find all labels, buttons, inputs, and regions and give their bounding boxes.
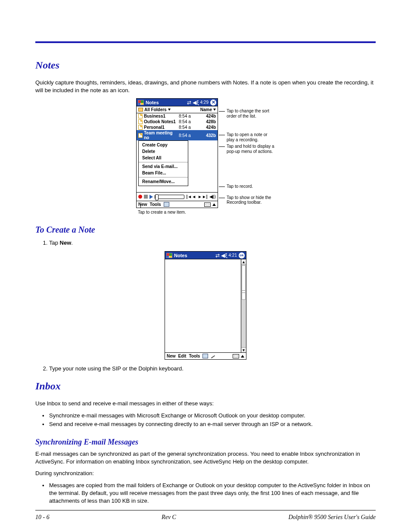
menu-new[interactable]: New	[167, 354, 176, 358]
annot-record: Tap to record.	[227, 184, 253, 189]
folder-icon	[138, 108, 143, 112]
menu-tools[interactable]: Tools	[189, 354, 200, 358]
note-icon	[138, 125, 143, 130]
bottom-rule	[35, 510, 376, 510]
menu-rename-move[interactable]: Rename/Move...	[139, 178, 188, 185]
menu-create-copy[interactable]: Create Copy	[139, 142, 188, 148]
menu-select-all[interactable]: Select All	[139, 155, 188, 161]
top-rule	[35, 41, 376, 43]
recording-toolbar: |◄◄ ►►| ◀))	[137, 192, 218, 201]
pda-status: ⇄ ◀ξ 4:29	[187, 100, 209, 105]
menu-delete[interactable]: Delete	[139, 148, 188, 155]
skip-back-icon[interactable]: |◄◄	[186, 194, 196, 199]
notes-intro: Quickly capture thoughts, reminders, ide…	[35, 79, 376, 94]
caret-down-icon	[168, 109, 171, 111]
volume-icon: ◀ξ	[221, 253, 227, 258]
connectivity-icon: ⇄	[187, 100, 191, 105]
sip-arrow-icon[interactable]	[212, 203, 216, 206]
stop-button[interactable]	[144, 195, 148, 199]
figure-notes-list: Notes ⇄ ◀ξ 4:29 ✕ All Folders N	[35, 98, 376, 215]
bottom-menu-bar: New Tools	[137, 201, 218, 208]
caret-down-icon	[213, 109, 216, 111]
sip-arrow-icon[interactable]	[241, 355, 244, 358]
footer-right: Dolphin® 9500 Series User's Guide	[288, 514, 376, 521]
tap-create-caption: Tap to create a new item.	[136, 208, 218, 215]
keyboard-icon[interactable]	[204, 202, 211, 207]
footer-center: Rev C	[162, 514, 176, 521]
step-1: Tap New.	[49, 239, 376, 247]
folder-label: All Folders	[144, 107, 167, 112]
step-2: Type your note using the SIP or the Dolp…	[49, 365, 376, 373]
folder-picker[interactable]: All Folders	[138, 107, 171, 112]
note-row[interactable]: Personal18:54 a424b	[137, 124, 218, 130]
playback-slider[interactable]	[155, 195, 184, 199]
speaker-icon[interactable]: ◀))	[209, 194, 216, 199]
inbox-bullet: Synchronize e-mail messages with Microso…	[42, 412, 376, 420]
play-button[interactable]	[149, 195, 153, 199]
scroll-down-icon[interactable]: ▾	[241, 347, 246, 352]
sync-para: E-mail messages can be synchronized as p…	[35, 450, 376, 465]
menu-new[interactable]: New	[138, 202, 147, 207]
pen-icon[interactable]	[211, 354, 217, 359]
bottom-menu-bar: New Edit Tools	[165, 352, 246, 359]
sort-label: Name	[200, 107, 212, 112]
figure-note-editor: Notes ⇄ ◀ξ 4:21 ok ▴ ▾ New Edit Tools	[35, 251, 376, 360]
heading-inbox: Inbox	[35, 380, 376, 392]
footer-left: 10 - 6	[35, 514, 50, 521]
close-icon[interactable]: ✕	[210, 100, 216, 106]
sort-picker[interactable]: Name	[200, 107, 216, 112]
heading-create-note: To Create a Note	[35, 225, 376, 235]
volume-icon: ◀ξ	[193, 100, 199, 105]
record-button[interactable]	[138, 195, 142, 199]
clock: 4:29	[200, 100, 209, 105]
scroll-thumb[interactable]	[242, 265, 246, 300]
annot-toolbar: Tap to show or hide the Recording toolba…	[227, 195, 275, 205]
annot-sort: Tap to change the sort order of the list…	[227, 109, 275, 118]
page-footer: 10 - 6 Rev C Dolphin® 9500 Series User's…	[35, 514, 376, 521]
menu-tools[interactable]: Tools	[150, 202, 161, 207]
heading-notes: Notes	[35, 59, 376, 71]
annot-hold: Tap and hold to display a pop-up menu of…	[227, 144, 275, 154]
inbox-intro: Use Inbox to send and receive e-mail mes…	[35, 400, 376, 408]
during-sync: During synchronization:	[35, 470, 376, 477]
pda-title: Notes	[146, 100, 187, 105]
connectivity-icon: ⇄	[215, 253, 220, 258]
pda-titlebar: Notes ⇄ ◀ξ 4:29 ✕	[137, 99, 218, 106]
pda-titlebar: Notes ⇄ ◀ξ 4:21 ok	[165, 252, 246, 259]
skip-fwd-icon[interactable]: ►►|	[198, 194, 208, 199]
note-row-selected[interactable]: Team meeting no8:54 a432b	[137, 130, 218, 140]
note-icon	[138, 119, 143, 124]
pda-title: Notes	[174, 253, 215, 258]
annot-open: Tap to open a note or play a recording.	[227, 132, 275, 142]
inbox-bullet: Send and receive e-mail messages by conn…	[42, 420, 376, 428]
sync-bullet: Messages are copied from the mail folder…	[42, 482, 376, 505]
start-flag-icon[interactable]	[138, 100, 144, 105]
clock: 4:21	[229, 253, 237, 258]
menu-beam-file[interactable]: Beam File...	[139, 170, 188, 176]
heading-sync: Synchronizing E-mail Messages	[35, 438, 376, 447]
scroll-up-icon[interactable]: ▴	[241, 259, 246, 264]
note-row[interactable]: Outlook Notes18:54 a428b	[137, 119, 218, 124]
keyboard-icon[interactable]	[233, 354, 239, 358]
start-flag-icon[interactable]	[166, 253, 172, 258]
menu-edit[interactable]: Edit	[178, 354, 187, 358]
vertical-scrollbar[interactable]: ▴ ▾	[241, 259, 246, 352]
note-icon	[138, 133, 143, 138]
app-icon[interactable]	[202, 354, 208, 358]
note-icon	[138, 114, 143, 118]
note-canvas[interactable]	[165, 259, 241, 352]
menu-send-email[interactable]: Send via E-mail...	[139, 163, 188, 170]
pda-status: ⇄ ◀ξ 4:21	[215, 253, 237, 258]
ok-icon[interactable]: ok	[239, 252, 245, 258]
note-row[interactable]: Business18:54 a424b	[137, 113, 218, 119]
context-menu: Create Copy Delete Select All Send via E…	[138, 140, 188, 186]
app-icon[interactable]	[164, 202, 169, 207]
